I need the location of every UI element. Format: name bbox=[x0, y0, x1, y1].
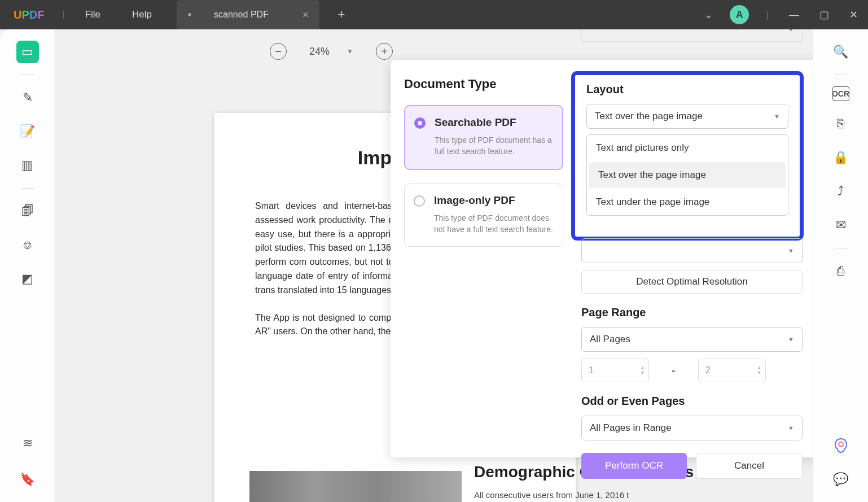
app-logo: UPDF bbox=[0, 8, 58, 21]
maximize-icon[interactable]: ▢ bbox=[809, 8, 839, 21]
reader-tool-icon[interactable]: ▭ bbox=[16, 41, 39, 63]
separator bbox=[21, 188, 34, 189]
separator bbox=[21, 75, 34, 75]
highlight-tool-icon[interactable]: ✎ bbox=[16, 86, 39, 109]
pages-tool-icon[interactable]: ▥ bbox=[16, 154, 39, 177]
organize-tool-icon[interactable]: 🗐 bbox=[16, 200, 39, 222]
close-window-icon[interactable]: ✕ bbox=[839, 8, 868, 21]
step-down-icon[interactable]: ▼ bbox=[757, 370, 762, 376]
redact-tool-icon[interactable]: ◩ bbox=[16, 268, 39, 290]
language-select-partial[interactable]: ▼ bbox=[581, 29, 803, 42]
input-value: 1 bbox=[589, 365, 594, 376]
ai-assistant-icon[interactable] bbox=[832, 436, 850, 455]
zoom-in-button[interactable]: + bbox=[376, 43, 393, 60]
doc-type-image-only[interactable]: Image-only PDF This type of PDF document… bbox=[404, 184, 563, 247]
doc-type-desc: This type of PDF document does not have … bbox=[434, 212, 554, 235]
doc-type-desc: This type of PDF document has a full tex… bbox=[435, 134, 553, 158]
menu-file[interactable]: File bbox=[69, 9, 116, 20]
zoom-out-button[interactable]: − bbox=[270, 43, 287, 60]
select-value: All Pages bbox=[590, 334, 630, 345]
chevron-down-icon: ▼ bbox=[788, 425, 794, 431]
tab-indicator-icon bbox=[188, 13, 191, 16]
bookmark-icon[interactable]: 🔖 bbox=[16, 468, 39, 491]
titlebar: UPDF | File Help scanned PDF × + ⌄ A | ―… bbox=[0, 0, 868, 29]
zoom-level[interactable]: 24% ▼ bbox=[309, 46, 353, 58]
radio-icon bbox=[414, 117, 426, 129]
chevron-down-icon: ▼ bbox=[788, 247, 794, 254]
layout-option[interactable]: Text over the page image bbox=[589, 162, 786, 188]
svg-point-0 bbox=[839, 442, 843, 447]
layout-select[interactable]: Text over the page image ▼ bbox=[586, 104, 788, 129]
chevron-down-icon: ▼ bbox=[788, 29, 794, 33]
search-icon[interactable]: 🔍 bbox=[830, 41, 852, 63]
cancel-button[interactable]: Cancel bbox=[696, 453, 803, 479]
doc-type-searchable[interactable]: Searchable PDF This type of PDF document… bbox=[404, 105, 563, 170]
layout-option[interactable]: Text under the page image bbox=[587, 189, 788, 215]
edit-tool-icon[interactable]: 📝 bbox=[16, 120, 39, 143]
document-type-title: Document Type bbox=[404, 77, 563, 91]
crop-tool-icon[interactable]: ⎊ bbox=[16, 234, 39, 256]
layout-highlight: Layout Text over the page image ▼ Text a… bbox=[571, 71, 804, 241]
zoom-value: 24% bbox=[309, 46, 330, 58]
mail-icon[interactable]: ✉ bbox=[830, 214, 852, 237]
convert-icon[interactable]: ⎘ bbox=[830, 112, 852, 135]
page-from-input[interactable]: 1 ▲▼ bbox=[581, 359, 649, 382]
comment-icon[interactable]: 💬 bbox=[830, 468, 852, 491]
separator: | bbox=[58, 10, 69, 20]
protect-icon[interactable]: 🔒 bbox=[830, 146, 852, 169]
select-value: Text over the page image bbox=[595, 111, 703, 122]
separator bbox=[834, 248, 848, 248]
page-to-input[interactable]: 2 ▲▼ bbox=[698, 359, 766, 382]
ocr-dialog: Document Type Searchable PDF This type o… bbox=[391, 60, 813, 457]
right-toolbar: 🔍 OCR ⎘ 🔒 ⤴ ✉ ⎙ 💬 bbox=[813, 29, 868, 502]
select-value: All Pages in Range bbox=[590, 422, 672, 434]
chevron-down-icon[interactable]: ⌄ bbox=[694, 8, 723, 21]
chevron-down-icon: ▼ bbox=[347, 47, 353, 55]
doc-type-title: Searchable PDF bbox=[435, 116, 553, 129]
chevron-down-icon: ▼ bbox=[774, 113, 780, 120]
detect-resolution-button[interactable]: Detect Optimal Resolution bbox=[581, 270, 803, 294]
odd-even-title: Odd or Even Pages bbox=[581, 395, 803, 408]
new-tab-button[interactable]: + bbox=[331, 7, 352, 22]
layout-title: Layout bbox=[586, 83, 788, 96]
document-viewport: − 24% ▼ + Improve Smart devices and inte… bbox=[55, 29, 813, 502]
separator: | bbox=[756, 9, 779, 21]
document-tab[interactable]: scanned PDF × bbox=[177, 0, 319, 29]
odd-even-select[interactable]: All Pages in Range ▼ bbox=[581, 416, 803, 440]
user-avatar[interactable]: A bbox=[730, 5, 749, 24]
minimize-icon[interactable]: ― bbox=[779, 9, 809, 21]
share-icon[interactable]: ⤴ bbox=[830, 180, 852, 203]
layout-dropdown: Text and pictures only Text over the pag… bbox=[586, 134, 788, 216]
menu-help[interactable]: Help bbox=[116, 9, 168, 20]
perform-ocr-button[interactable]: Perform OCR bbox=[581, 453, 687, 479]
section-text: All consecutive users from June 1, 2016 … bbox=[474, 490, 629, 500]
page-range-select[interactable]: All Pages ▼ bbox=[581, 327, 803, 352]
page-range-title: Page Range bbox=[581, 306, 803, 319]
resolution-select-partial[interactable]: ▼ bbox=[581, 238, 803, 263]
tab-title: scanned PDF bbox=[214, 10, 269, 20]
separator bbox=[834, 75, 848, 75]
chevron-down-icon: ▼ bbox=[788, 336, 794, 343]
doc-type-title: Image-only PDF bbox=[434, 194, 554, 207]
layers-icon[interactable]: ≋ bbox=[16, 432, 39, 455]
layout-option[interactable]: Text and pictures only bbox=[587, 135, 788, 161]
radio-icon bbox=[414, 195, 425, 207]
input-value: 2 bbox=[705, 365, 711, 376]
left-toolbar: ▭ ✎ 📝 ▥ 🗐 ⎊ ◩ ≋ 🔖 bbox=[0, 29, 55, 502]
step-down-icon[interactable]: ▼ bbox=[640, 370, 645, 376]
page-image bbox=[249, 471, 462, 502]
range-dash: - bbox=[672, 364, 676, 377]
ocr-icon[interactable]: OCR bbox=[832, 86, 849, 101]
close-tab-icon[interactable]: × bbox=[303, 9, 309, 21]
save-icon[interactable]: ⎙ bbox=[830, 260, 852, 282]
